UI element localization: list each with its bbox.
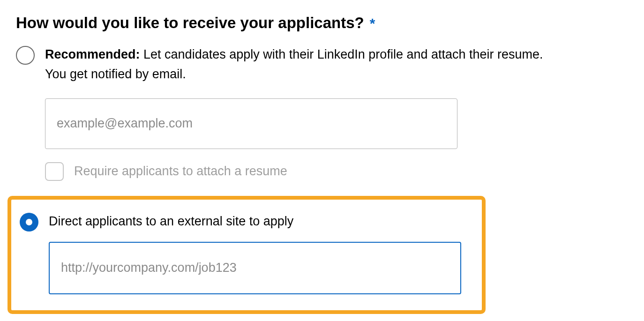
- option-recommended-row[interactable]: Recommended: Let candidates apply with t…: [16, 45, 628, 181]
- option-recommended-body: Recommended: Let candidates apply with t…: [45, 45, 561, 181]
- option-external-body: Direct applicants to an external site to…: [49, 212, 473, 294]
- option-recommended-bold: Recommended:: [45, 47, 140, 61]
- radio-external-inner: [26, 219, 32, 225]
- url-input-wrap: [49, 242, 461, 294]
- require-resume-label: Require applicants to attach a resume: [74, 164, 287, 179]
- heading-row: How would you like to receive your appli…: [16, 14, 628, 32]
- option-recommended-section: Recommended: Let candidates apply with t…: [16, 45, 628, 196]
- option-external-row[interactable]: Direct applicants to an external site to…: [20, 212, 473, 294]
- radio-external[interactable]: [20, 213, 38, 231]
- option-external-highlight: Direct applicants to an external site to…: [7, 196, 486, 314]
- required-asterisk: *: [370, 15, 375, 31]
- require-resume-checkbox[interactable]: [45, 162, 64, 181]
- radio-recommended[interactable]: [16, 46, 35, 65]
- external-url-input[interactable]: [49, 242, 461, 294]
- require-resume-row[interactable]: Require applicants to attach a resume: [45, 162, 561, 181]
- email-input[interactable]: [45, 98, 457, 149]
- option-recommended-text: Recommended: Let candidates apply with t…: [45, 45, 561, 84]
- section-heading: How would you like to receive your appli…: [16, 14, 364, 32]
- option-external-text: Direct applicants to an external site to…: [49, 212, 473, 231]
- email-input-wrap: [45, 98, 457, 149]
